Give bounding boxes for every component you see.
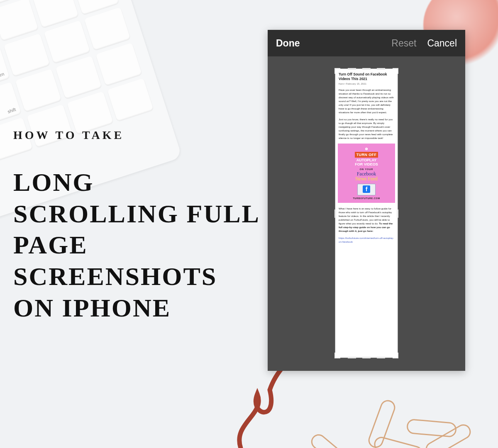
promo-line: FOR VIDEOS bbox=[340, 163, 393, 167]
paperclip-icon bbox=[308, 431, 356, 448]
editor-canvas[interactable]: Turn Off Sound on Facebook Videos This 2… bbox=[268, 56, 465, 371]
headline-block: HOW TO TAKE LONG SCROLLING FULL PAGE SCR… bbox=[13, 129, 262, 324]
promo-badge: TURN OFF bbox=[355, 152, 378, 158]
key bbox=[107, 78, 154, 122]
key bbox=[44, 20, 90, 64]
promo-newsfeed: News Feed bbox=[340, 176, 393, 181]
main-heading: LONG SCROLLING FULL PAGE SCREENSHOTS ON … bbox=[13, 167, 262, 324]
article-byline: Kent • February 15, 2021 bbox=[339, 83, 394, 85]
key bbox=[55, 56, 102, 99]
crop-handle-bottom[interactable] bbox=[377, 357, 385, 358]
article-paragraph: What I have here is an easy to follow gu… bbox=[339, 207, 394, 233]
paperclips-prop bbox=[274, 373, 481, 448]
paperclip-icon bbox=[406, 419, 457, 438]
crop-handle-top-left[interactable] bbox=[334, 68, 340, 74]
play-icon bbox=[365, 148, 368, 150]
crop-handle-top[interactable] bbox=[377, 68, 385, 70]
crop-handle-bottom[interactable] bbox=[362, 357, 371, 358]
key bbox=[0, 0, 39, 41]
crop-handle-top-right[interactable] bbox=[393, 68, 398, 74]
crop-handle-right[interactable] bbox=[397, 209, 398, 218]
reset-button[interactable]: Reset bbox=[391, 38, 416, 49]
crop-handle-bottom-left[interactable] bbox=[334, 353, 340, 358]
fullpage-screenshot-preview[interactable]: Turn Off Sound on Facebook Videos This 2… bbox=[335, 69, 398, 358]
article-link[interactable]: https://turbofuture.com/internet/turn-of… bbox=[339, 236, 394, 244]
crop-handle-left[interactable] bbox=[334, 209, 336, 218]
preheading: HOW TO TAKE bbox=[13, 129, 262, 142]
article-title: Turn Off Sound on Facebook Videos This 2… bbox=[339, 72, 394, 81]
editor-toolbar: Done Reset Cancel bbox=[268, 30, 465, 56]
crop-handle-top[interactable] bbox=[348, 68, 356, 70]
laptop-facebook-icon bbox=[357, 184, 376, 195]
key bbox=[84, 7, 130, 51]
promo-on: ON YOUR bbox=[340, 168, 393, 170]
article-paragraph: Just so you know, there's really no need… bbox=[339, 118, 394, 140]
done-button[interactable]: Done bbox=[276, 38, 300, 49]
key bbox=[67, 91, 113, 135]
key bbox=[95, 43, 142, 86]
crop-handle-bottom-right[interactable] bbox=[393, 353, 398, 358]
cancel-button[interactable]: Cancel bbox=[427, 38, 457, 49]
promo-card: TURN OFF AUTOPLAY FOR VIDEOS ON YOUR Fac… bbox=[338, 144, 395, 203]
key bbox=[15, 69, 61, 112]
article-paragraph: Have you ever been through an embarrassi… bbox=[339, 88, 394, 114]
crop-handle-top[interactable] bbox=[362, 68, 371, 70]
promo-site: TURBOFUTURE.COM bbox=[340, 197, 393, 200]
key bbox=[3, 33, 50, 77]
crop-handle-bottom[interactable] bbox=[348, 357, 356, 358]
screenshot-editor: Done Reset Cancel Turn Off Sound on Face… bbox=[268, 30, 465, 371]
